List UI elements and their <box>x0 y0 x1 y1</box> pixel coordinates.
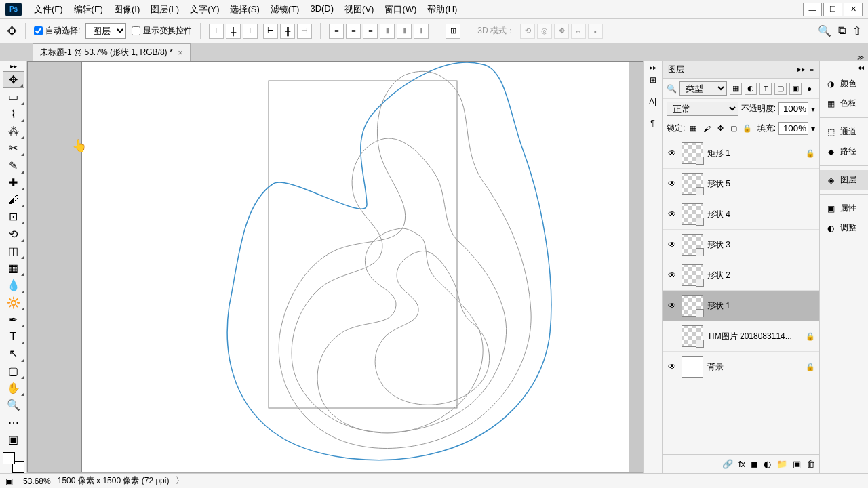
link-layers-icon[interactable]: 🔗 <box>722 459 733 469</box>
menu-item[interactable]: 帮助(H) <box>422 1 462 18</box>
adjustment-layer-icon[interactable]: ◐ <box>764 459 771 469</box>
pen-tool[interactable]: ✒ <box>3 311 24 328</box>
menu-item[interactable]: 选择(S) <box>224 1 264 18</box>
layer-row[interactable]: 👁 形状 4 <box>663 199 819 230</box>
dist-right[interactable]: ⫴ <box>414 24 429 39</box>
hand-tool[interactable]: ✋ <box>3 380 24 396</box>
menu-item[interactable]: 文件(F) <box>28 1 68 18</box>
share-icon[interactable]: ⇧ <box>852 24 861 37</box>
dock-item[interactable]: ◐调整 <box>820 218 868 238</box>
layer-row[interactable]: 👁 形状 5 <box>663 169 819 199</box>
search-icon[interactable]: 🔍 <box>818 24 831 37</box>
layer-row[interactable]: 👁 背景 🔒 <box>663 352 819 382</box>
3d-slide[interactable]: ↔ <box>571 24 586 39</box>
fill-input[interactable] <box>778 122 808 135</box>
color-swatches[interactable] <box>3 452 24 473</box>
stamp-tool[interactable]: ⊡ <box>3 208 24 225</box>
dist-left[interactable]: ⫴ <box>380 24 395 39</box>
eyedropper-tool[interactable]: ✎ <box>3 157 24 174</box>
panel-tab-layers[interactable]: 图层 <box>668 64 684 75</box>
zoom-tool[interactable]: 🔍 <box>3 396 24 413</box>
align-vcenter[interactable]: ╪ <box>226 24 241 39</box>
marquee-tool[interactable]: ▭ <box>3 88 24 105</box>
visibility-icon[interactable]: 👁 <box>667 361 677 372</box>
dist-bottom[interactable]: ≡ <box>363 24 378 39</box>
opacity-input[interactable] <box>778 102 808 115</box>
status-doc-icon[interactable]: ▣ <box>5 476 16 486</box>
filter-toggle[interactable]: ● <box>807 84 812 94</box>
group-icon[interactable]: 📁 <box>776 459 787 469</box>
brush-tool[interactable]: 🖌 <box>3 191 24 208</box>
type-tool[interactable]: T <box>3 328 24 345</box>
menu-item[interactable]: 文字(Y) <box>184 1 224 18</box>
3d-orbit[interactable]: ⟲ <box>520 24 535 39</box>
maximize-button[interactable]: ☐ <box>823 3 842 16</box>
healing-tool[interactable]: ✚ <box>3 174 24 191</box>
layer-thumbnail[interactable] <box>682 142 703 164</box>
dock-collapse-icon[interactable]: ▸▸ <box>650 64 656 71</box>
path-select-tool[interactable]: ↖ <box>3 345 24 362</box>
brush-settings-icon[interactable]: ⊞ <box>650 75 656 97</box>
dock-item[interactable]: ⬚通道 <box>820 122 868 142</box>
tabs-expand-icon[interactable]: ≫ <box>857 54 864 61</box>
auto-select-checkbox[interactable]: 自动选择: <box>34 25 80 37</box>
blend-mode-select[interactable]: 正常 <box>667 102 738 116</box>
crop-tool[interactable]: ✂ <box>3 140 24 157</box>
status-zoom[interactable]: 53.68% <box>23 476 51 486</box>
close-button[interactable]: ✕ <box>844 3 863 16</box>
3d-zoom[interactable]: ▪ <box>588 24 603 39</box>
dock-item[interactable]: ◈图层 <box>820 170 868 190</box>
history-brush-tool[interactable]: ⟲ <box>3 225 24 242</box>
layer-thumbnail[interactable] <box>682 264 703 286</box>
dock-item[interactable]: ◑颜色 <box>820 74 868 94</box>
visibility-icon[interactable] <box>667 331 677 342</box>
lock-brush-icon[interactable]: 🖌 <box>701 123 712 134</box>
foreground-color[interactable] <box>3 452 15 464</box>
dist-hcenter[interactable]: ⫴ <box>397 24 412 39</box>
lasso-tool[interactable]: ⌇ <box>3 106 24 123</box>
lock-move-icon[interactable]: ✥ <box>715 123 726 134</box>
layer-style-icon[interactable]: fx <box>738 459 745 469</box>
opacity-dropdown-icon[interactable]: ▾ <box>811 104 815 114</box>
visibility-icon[interactable]: 👁 <box>667 239 677 250</box>
auto-select-mode[interactable]: 图层 <box>85 23 126 39</box>
dist-vcenter[interactable]: ≡ <box>346 24 361 39</box>
align-hcenter[interactable]: ╫ <box>280 24 295 39</box>
dock-item[interactable]: ◆路径 <box>820 142 868 161</box>
menu-item[interactable]: 窗口(W) <box>379 1 422 18</box>
panel-menu-icon[interactable]: ≡ <box>810 65 814 74</box>
align-bottom-edges[interactable]: ⊥ <box>243 24 258 39</box>
dist-top[interactable]: ≡ <box>329 24 344 39</box>
status-doc-info[interactable]: 1500 像素 x 1500 像素 (72 ppi) <box>58 475 170 487</box>
visibility-icon[interactable]: 👁 <box>667 300 677 311</box>
filter-pixel-icon[interactable]: ▦ <box>730 83 742 95</box>
auto-align-button[interactable]: ⊞ <box>446 24 460 39</box>
layer-thumbnail[interactable] <box>682 203 703 225</box>
layer-thumbnail[interactable] <box>682 325 703 347</box>
panel-collapse-icon[interactable]: ▸▸ <box>797 65 806 74</box>
canvas[interactable] <box>82 62 629 472</box>
paragraph-icon[interactable]: ¶ <box>650 119 654 140</box>
dock-item[interactable]: ▦色板 <box>820 94 868 113</box>
lock-pixels-icon[interactable]: ▦ <box>688 123 698 134</box>
minimize-button[interactable]: — <box>803 3 822 16</box>
dock-item[interactable]: ▣属性 <box>820 199 868 218</box>
new-layer-icon[interactable]: ▣ <box>793 459 801 469</box>
eraser-tool[interactable]: ◫ <box>3 243 24 260</box>
visibility-icon[interactable]: 👁 <box>667 270 677 281</box>
align-left-edges[interactable]: ⊢ <box>263 24 278 39</box>
menu-item[interactable]: 视图(V) <box>339 1 379 18</box>
status-arrow-icon[interactable]: 〉 <box>176 475 184 487</box>
layer-row[interactable]: 👁 形状 2 <box>663 260 819 291</box>
align-right-edges[interactable]: ⊣ <box>297 24 312 39</box>
visibility-icon[interactable]: 👁 <box>667 178 677 189</box>
show-transform-checkbox[interactable]: 显示变换控件 <box>132 25 192 37</box>
document-tab[interactable]: 未标题-1 @ 53.7% (形状 1, RGB/8) * × <box>33 43 191 61</box>
scrollbar-horizontal[interactable] <box>27 472 643 473</box>
menu-item[interactable]: 滤镜(T) <box>265 1 305 18</box>
menu-item[interactable]: 图像(I) <box>108 1 145 18</box>
move-tool[interactable]: ✥ <box>3 71 24 88</box>
layer-row[interactable]: TIM图片 2018083114... 🔒 <box>663 321 819 352</box>
blur-tool[interactable]: 💧 <box>3 277 24 293</box>
align-top-edges[interactable]: ⊤ <box>209 24 224 39</box>
